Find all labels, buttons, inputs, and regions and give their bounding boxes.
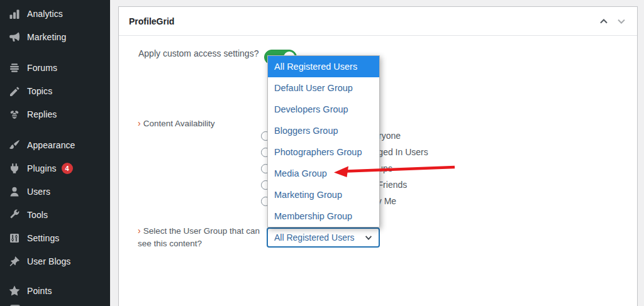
- sidebar-item-label: Marketing: [27, 32, 66, 42]
- metabox-body: Apply custom access settings? ›Content A…: [119, 36, 637, 306]
- metabox-header: ProfileGrid: [119, 7, 637, 36]
- selected-group-value: All Registered Users: [274, 232, 355, 243]
- dropdown-option-developers-group[interactable]: Developers Group: [268, 99, 379, 120]
- group-dropdown-list: All Registered Users Default User Group …: [267, 55, 380, 227]
- metabox-title: ProfileGrid: [129, 16, 174, 26]
- group-select-label: ›Select the User Group that cansee this …: [138, 224, 270, 250]
- tools-icon: [8, 209, 21, 221]
- dropdown-option-marketing-group[interactable]: Marketing Group: [268, 184, 379, 205]
- apply-access-label: Apply custom access settings?: [138, 48, 258, 58]
- profilegrid-metabox: ProfileGrid Apply custom access settings…: [118, 6, 638, 306]
- dropdown-option-all-registered-users[interactable]: All Registered Users: [268, 56, 379, 77]
- sidebar-item-topics[interactable]: Topics: [0, 79, 110, 102]
- sidebar-item-tools[interactable]: Tools: [0, 203, 110, 226]
- replies-icon: [8, 108, 21, 121]
- sidebar-item-points[interactable]: Points: [0, 279, 110, 302]
- admin-sidebar: Analytics Marketing Forums Topics Replie…: [0, 0, 110, 306]
- sidebar-item-label: Settings: [27, 233, 59, 243]
- sidebar-item-user-blogs[interactable]: User Blogs: [0, 249, 110, 273]
- sidebar-item-plugins[interactable]: Plugins 4: [0, 156, 110, 180]
- appearance-icon: [8, 139, 21, 151]
- sidebar-item-label: Users: [27, 187, 50, 197]
- forums-icon: [8, 62, 21, 74]
- user-group-select[interactable]: All Registered Users: [267, 227, 380, 248]
- sidebar-item-label: User Blogs: [27, 256, 70, 266]
- dropdown-option-media-group[interactable]: Media Group: [268, 163, 379, 184]
- sidebar-item-settings[interactable]: Settings: [0, 226, 110, 249]
- sidebar-item-appearance[interactable]: Appearance: [0, 133, 110, 156]
- chevron-down-icon: [364, 233, 373, 242]
- analytics-icon: [8, 8, 21, 20]
- settings-icon: [8, 232, 21, 244]
- move-up-icon[interactable]: [598, 16, 609, 27]
- update-count-badge: 4: [62, 163, 73, 174]
- sidebar-item-label: Plugins: [27, 163, 57, 173]
- content-availability-label: ›Content Availability: [138, 118, 215, 128]
- dropdown-option-bloggers-group[interactable]: Bloggers Group: [268, 120, 379, 141]
- sidebar-item-marketing[interactable]: Marketing: [0, 25, 110, 48]
- dropdown-option-photographers-group[interactable]: Photographers Group: [268, 141, 379, 163]
- user-blogs-icon: [8, 255, 21, 268]
- sidebar-item-analytics[interactable]: Analytics: [0, 2, 110, 25]
- sidebar-item-label: Tools: [27, 210, 48, 220]
- sidebar-item-label: Points: [27, 286, 52, 296]
- marketing-icon: [8, 31, 21, 43]
- users-icon: [8, 185, 21, 198]
- dropdown-option-membership-group[interactable]: Membership Group: [268, 205, 379, 227]
- plugins-icon: [8, 162, 21, 175]
- sidebar-item-forums[interactable]: Forums: [0, 56, 110, 79]
- sidebar-item-label: Forums: [27, 63, 57, 73]
- sidebar-item-label: Appearance: [27, 140, 75, 150]
- sidebar-item-replies[interactable]: Replies: [0, 102, 110, 126]
- topics-icon: [8, 85, 21, 97]
- points-icon: [8, 285, 21, 297]
- dropdown-option-default-user-group[interactable]: Default User Group: [268, 77, 379, 99]
- bullet-icon: ›: [138, 226, 141, 236]
- sidebar-item-label: Topics: [27, 86, 52, 96]
- sidebar-item-label: Analytics: [27, 9, 63, 19]
- bullet-icon: ›: [138, 118, 141, 128]
- sidebar-menu: Analytics Marketing Forums Topics Replie…: [0, 2, 110, 302]
- sidebar-item-label: Replies: [27, 109, 57, 119]
- sidebar-item-users[interactable]: Users: [0, 180, 110, 203]
- move-down-icon[interactable]: [616, 16, 627, 27]
